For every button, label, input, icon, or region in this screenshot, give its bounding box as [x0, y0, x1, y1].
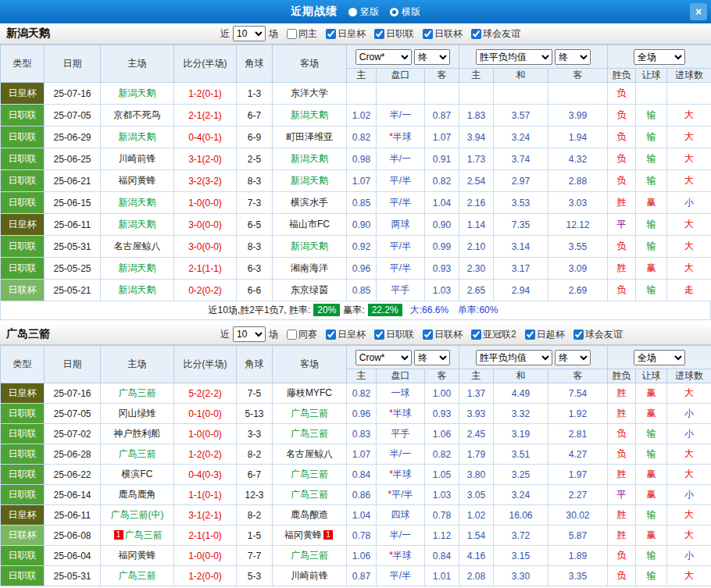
away-team-name: 名古屋鲸八 [286, 448, 333, 459]
checkbox-input[interactable] [471, 29, 481, 39]
asian-handicap: *半球 [377, 465, 425, 485]
away-team-name: 广岛三箭 [291, 428, 328, 439]
away-team-name: 鹿岛酿造 [291, 509, 328, 520]
match-score: 3-0(0-0) [174, 214, 237, 236]
checkbox-input[interactable] [423, 29, 433, 39]
asian-handicap: *半球 [377, 404, 425, 424]
avg-draw-odds: 3.15 [494, 546, 548, 566]
avg-draw-odds [494, 83, 548, 105]
asian-home-odds: 0.84 [347, 465, 377, 485]
corner-score: 3-3 [237, 424, 273, 444]
corner-score: 5-3 [237, 566, 273, 586]
away-team-name: 新潟天鹅 [291, 153, 328, 164]
europe-avg-select[interactable]: 胜平负均值 [476, 350, 552, 365]
asian-home-odds: 1.06 [347, 546, 377, 566]
handicap-text: 平手 [391, 428, 410, 439]
layout-radio[interactable]: 横版 [390, 5, 420, 19]
scope-select[interactable]: 全场 [634, 49, 685, 65]
asian-away-odds: 0.82 [425, 170, 459, 192]
asian-handicap: 平/半 [377, 192, 425, 214]
avg-away-odds: 3.55 [548, 236, 608, 258]
match-count-select[interactable]: 10 [233, 26, 266, 41]
col-avg-draw: 和 [494, 369, 548, 383]
checkbox-input[interactable] [471, 330, 481, 340]
corner-score: 7-3 [237, 192, 273, 214]
win-rate-badge: 20% [313, 304, 340, 316]
filter-checkbox[interactable]: 亚冠联2 [471, 328, 516, 341]
result-goals: 走 [667, 280, 711, 301]
filter-checkbox[interactable]: 日职联 [374, 328, 414, 341]
corner-score: 12-3 [237, 485, 273, 505]
match-count-select[interactable]: 10 [233, 326, 266, 342]
checkbox-input[interactable] [374, 29, 384, 39]
checkbox-input[interactable] [573, 330, 584, 340]
filter-checkbox[interactable]: 日职联 [374, 27, 414, 41]
checkbox-input[interactable] [326, 330, 336, 340]
away-team: 广岛三箭 [273, 546, 347, 566]
filter-checkbox[interactable]: 日联杯 [423, 27, 463, 41]
handicap-text: 半/一 [390, 153, 411, 164]
scope-select[interactable]: 全场 [634, 350, 685, 365]
avg-draw-odds: 3.72 [494, 526, 548, 546]
result-wdl: 胜 [608, 404, 636, 424]
away-team-name: 东京绿茵 [291, 284, 328, 295]
result-goals: 大 [667, 526, 711, 546]
result-goals: 小 [667, 424, 711, 444]
home-team-name: 广岛三箭 [119, 448, 156, 459]
red-card-badge: 1 [323, 530, 333, 540]
europe-final-select[interactable]: 终 [555, 49, 591, 65]
odds-company-select[interactable]: Crow* [356, 49, 412, 65]
close-button[interactable]: × [690, 3, 707, 20]
col-goals: 进球数 [667, 69, 711, 83]
checkbox-input[interactable] [374, 330, 384, 340]
avg-home-odds: 2.30 [459, 258, 494, 280]
league-type: 日职联 [1, 465, 45, 485]
filter-checkbox[interactable]: 同赛 [287, 328, 317, 341]
result-wdl: 负 [608, 83, 636, 105]
odds-company-select[interactable]: Crow* [356, 350, 412, 365]
col-result: 胜负 [608, 69, 636, 83]
checkbox-input[interactable] [423, 330, 433, 340]
league-type: 日职联 [1, 170, 45, 192]
handicap-text: 平/半 [390, 241, 411, 251]
radio-icon [348, 8, 357, 16]
result-goals: 大 [667, 170, 711, 192]
match-row: 日皇杯25-07-16广岛三箭5-2(2-2)7-5藤枝MYFC0.82一球1.… [1, 383, 711, 404]
filter-checkbox[interactable]: 日超杯 [525, 328, 565, 341]
europe-avg-select[interactable]: 胜平负均值 [476, 49, 552, 65]
asian-away-odds: 1.12 [425, 526, 459, 546]
avg-home-odds [459, 83, 494, 105]
filter-checkbox[interactable]: 日皇杯 [326, 27, 366, 41]
checkbox-input[interactable] [525, 330, 535, 340]
filter-checkbox[interactable]: 日皇杯 [326, 328, 366, 341]
checkbox-input[interactable] [287, 330, 297, 340]
match-score: 3-2(3-2) [174, 170, 237, 192]
away-team: 川崎前锋 [273, 566, 347, 586]
avg-draw-odds: 3.24 [494, 485, 548, 505]
result-goals: 小 [667, 546, 711, 566]
europe-final-select[interactable]: 终 [555, 350, 591, 365]
result-handicap: 输 [636, 546, 667, 566]
filter-checkbox[interactable]: 日联杯 [423, 328, 463, 341]
checkbox-input[interactable] [326, 29, 336, 39]
home-team: 广岛三箭 [101, 444, 174, 465]
avg-away-odds: 1.94 [548, 127, 608, 148]
match-row: 日联杯25-06-081广岛三箭2-1(1-0)1-5福冈黄蜂10.78半/一1… [1, 526, 711, 546]
handicap-text: 平/半 [390, 570, 411, 581]
match-score: 2-1(2-1) [174, 105, 237, 127]
layout-radio[interactable]: 竖版 [348, 5, 379, 19]
match-score: 1-2(0-1) [174, 83, 237, 105]
handicap-text: 四球 [391, 509, 410, 520]
corner-score: 6-6 [237, 280, 273, 301]
result-goals: 小 [667, 485, 711, 505]
asian-away-odds: 0.87 [425, 105, 459, 127]
filter-checkbox[interactable]: 球会友谊 [471, 27, 520, 41]
checkbox-input[interactable] [287, 29, 297, 39]
result-goals [667, 83, 711, 105]
result-wdl: 胜 [608, 383, 636, 404]
filter-checkbox[interactable]: 球会友谊 [573, 328, 623, 341]
asian-final-select[interactable]: 终 [414, 350, 450, 365]
asian-final-select[interactable]: 终 [414, 49, 450, 65]
filter-checkbox[interactable]: 同主 [287, 27, 317, 41]
avg-home-odds: 2.08 [459, 566, 494, 586]
